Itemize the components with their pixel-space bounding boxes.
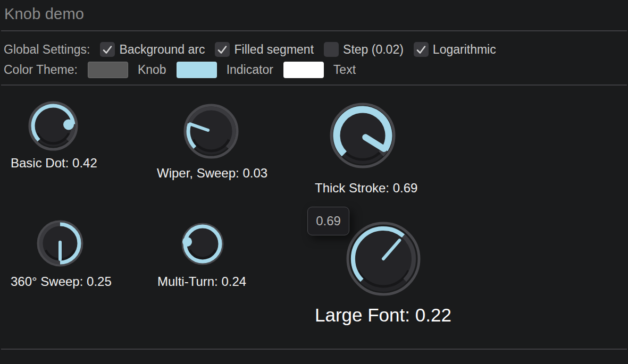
color-theme-row: Color Theme: Knob Indicator Text: [4, 61, 356, 79]
knob-label-basic-dot: Basic Dot: 0.42: [11, 156, 97, 171]
swatch-label: Text: [333, 63, 356, 77]
knob-wiper-sweep[interactable]: [183, 104, 239, 161]
knob-label-wiper-sweep: Wiper, Sweep: 0.03: [157, 166, 267, 181]
knob-color-swatch[interactable]: [88, 62, 128, 78]
separator: [1, 30, 627, 31]
check-icon: [414, 42, 429, 57]
knob-label-multi-turn: Multi-Turn: 0.24: [157, 274, 246, 289]
separator: [1, 349, 627, 350]
swatch-group-text: Text: [283, 62, 356, 78]
knob-label-thick-stroke: Thick Stroke: 0.69: [315, 181, 417, 196]
knob-multi-turn[interactable]: [181, 223, 224, 267]
swatch-group-indicator: Indicator: [177, 62, 273, 78]
color-theme-label: Color Theme:: [4, 63, 78, 77]
checkbox-label: Step (0.02): [343, 43, 404, 57]
knob-label-360-sweep: 360° Sweep: 0.25: [11, 274, 112, 289]
knob-value-tooltip: 0.69: [307, 207, 349, 235]
swatch-label: Knob: [138, 63, 166, 77]
checkbox-label: Background arc: [119, 43, 205, 57]
tooltip-value: 0.69: [316, 214, 341, 228]
checkbox-step[interactable]: Step (0.02): [324, 42, 404, 57]
checkbox-logarithmic[interactable]: Logarithmic: [414, 42, 496, 57]
knob-thick-stroke[interactable]: [330, 103, 396, 171]
checkbox-box[interactable]: [215, 42, 230, 57]
check-icon: [215, 42, 230, 57]
text-color-swatch[interactable]: [283, 62, 324, 78]
checkbox-box[interactable]: [414, 42, 429, 57]
separator: [1, 84, 627, 86]
knob-360-sweep[interactable]: [37, 220, 83, 269]
checkbox-background-arc[interactable]: Background arc: [100, 42, 205, 57]
indicator-color-swatch[interactable]: [177, 62, 217, 78]
checkbox-label: Filled segment: [234, 43, 314, 57]
global-settings-label: Global Settings:: [4, 43, 90, 57]
knob-label-large-font: Large Font: 0.22: [315, 304, 451, 326]
page-title: Knob demo: [4, 5, 84, 23]
swatch-label: Indicator: [227, 63, 273, 77]
check-icon: [100, 42, 115, 57]
checkbox-filled-segment[interactable]: Filled segment: [215, 42, 314, 57]
knob-basic-dot[interactable]: [28, 101, 78, 153]
swatch-group-knob: Knob: [88, 62, 166, 78]
checkbox-label: Logarithmic: [433, 43, 496, 57]
knob-large-font[interactable]: [346, 222, 421, 298]
checkbox-box[interactable]: [100, 42, 115, 57]
checkbox-box[interactable]: [324, 42, 339, 57]
global-settings-row: Global Settings: Background arc Filled s…: [4, 41, 496, 58]
